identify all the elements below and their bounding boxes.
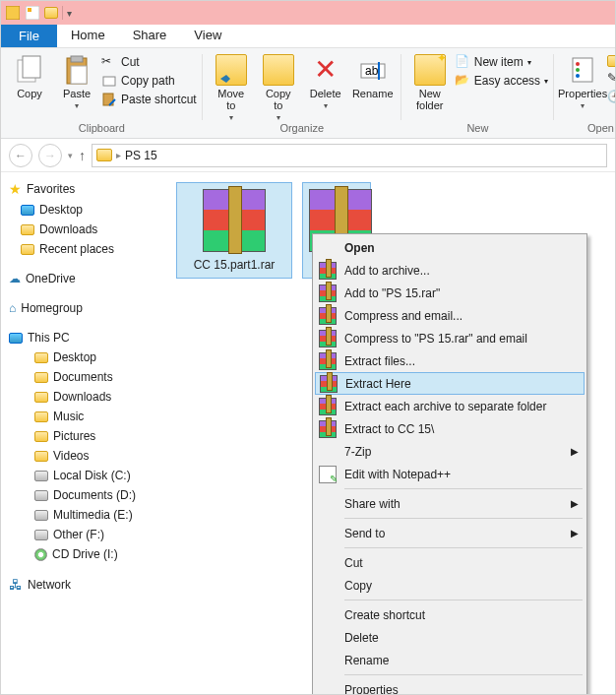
breadcrumb[interactable]: ▸ PS 15 [92,144,607,167]
open-btn[interactable]: Op [607,54,616,68]
sidebar-recent[interactable]: Recent places [3,239,164,259]
ctx-delete[interactable]: Delete [315,626,585,649]
ctx-properties[interactable]: Properties [315,678,585,695]
svg-rect-8 [103,77,115,86]
sidebar-pc-downloads[interactable]: Downloads [3,387,164,407]
copy-button[interactable]: Copy [7,50,52,99]
copy-path-icon [101,73,117,89]
copy-path-button[interactable]: Copy path [101,73,197,89]
forward-button[interactable]: → [38,144,62,167]
separator [62,6,63,20]
sidebar-favorites[interactable]: ★Favorites [3,178,164,200]
recent-locations-icon[interactable]: ▾ [68,151,73,160]
sidebar-thispc[interactable]: This PC [3,328,164,348]
back-button[interactable]: ← [9,144,32,167]
new-item-icon: 📄 [455,54,470,70]
svg-rect-0 [6,6,20,20]
navigation-pane: ★Favorites Desktop Downloads Recent plac… [1,172,166,694]
copy-to-icon [263,54,294,86]
ctx-compress-email[interactable]: Compress and email... [315,304,585,327]
up-button[interactable]: ↑ [79,148,86,163]
ctx-send-to[interactable]: Send to▶ [315,522,585,544]
ctx-extract-files[interactable]: Extract files... [315,349,585,372]
chevron-right-icon: ▶ [571,446,579,457]
ctx-create-shortcut[interactable]: Create shortcut [315,603,585,626]
rename-icon: ab [357,54,389,86]
easy-access-button[interactable]: 📂Easy access ▾ [455,73,548,89]
sidebar-desktop[interactable]: Desktop [3,200,164,220]
ctx-copy[interactable]: Copy [315,574,585,597]
chevron-down-icon: ▾ [75,101,79,110]
cloud-icon: ☁ [9,272,21,285]
sidebar-pc-cdi[interactable]: CD Drive (I:) [3,544,164,564]
ctx-extract-each[interactable]: Extract each archive to separate folder [315,395,585,417]
ctx-7zip[interactable]: 7-Zip▶ [315,440,585,463]
breadcrumb-segment[interactable]: PS 15 [125,149,157,162]
new-folder-button[interactable]: ✦ New folder [407,50,453,111]
qat-new-icon[interactable] [25,5,40,21]
sidebar-homegroup[interactable]: ⌂Homegroup [3,298,164,318]
ctx-open[interactable]: Open [315,236,585,259]
paste-shortcut-button[interactable]: Paste shortcut [101,92,197,107]
paste-button[interactable]: Paste ▾ [54,50,99,110]
paste-shortcut-icon [101,92,117,107]
sidebar-downloads[interactable]: Downloads [3,220,164,239]
move-to-button[interactable]: Move to▾ [209,50,254,122]
copy-to-button[interactable]: Copy to▾ [256,50,301,122]
delete-button[interactable]: ✕ Delete▾ [303,50,348,110]
sidebar-pc-pictures[interactable]: Pictures [3,426,164,446]
tab-home[interactable]: Home [57,24,119,47]
rename-button[interactable]: ab Rename [350,50,396,99]
file-item[interactable]: CC 15.part1.rar [176,182,292,279]
ctx-rename[interactable]: Rename [315,649,585,671]
sidebar-pc-documents[interactable]: Documents [3,367,164,387]
sidebar-pc-localc[interactable]: Local Disk (C:) [3,466,164,485]
folder-icon [21,224,34,235]
sidebar-pc-otherf[interactable]: Other (F:) [3,525,164,544]
ribbon-group-new: ✦ New folder 📄New item ▾ 📂Easy access ▾ … [401,48,554,138]
chevron-right-icon: ▶ [571,498,579,509]
ctx-extract-cc15[interactable]: Extract to CC 15\ [315,417,585,440]
move-to-icon [216,54,247,86]
tab-share[interactable]: Share [119,24,181,47]
sidebar-onedrive[interactable]: ☁OneDrive [3,269,164,288]
ctx-add-ps15[interactable]: Add to "PS 15.rar" [315,282,585,304]
drive-icon [34,510,48,521]
new-item-button[interactable]: 📄New item ▾ [455,54,548,70]
cut-button[interactable]: ✂Cut [101,54,197,70]
group-label: Clipboard [7,122,197,136]
ctx-share-with[interactable]: Share with▶ [315,492,585,515]
edit-btn[interactable]: ✎Ed [607,71,616,87]
scissors-icon: ✂ [101,54,117,70]
ctx-add-archive[interactable]: Add to archive... [315,259,585,282]
folder-icon [34,352,48,363]
folder-icon [34,451,48,462]
sidebar-pc-videos[interactable]: Videos [3,446,164,466]
sidebar-pc-docsd[interactable]: Documents (D:) [3,485,164,505]
folder-icon [34,411,48,422]
homegroup-icon: ⌂ [9,301,16,315]
file-label: CC 15.part1.rar [183,258,285,272]
ctx-cut[interactable]: Cut [315,551,585,574]
tab-view[interactable]: View [180,24,235,47]
sidebar-pc-music[interactable]: Music [3,407,164,426]
svg-point-15 [576,68,580,72]
folder-icon [21,244,34,255]
history-icon: 🕘 [607,90,616,105]
sidebar-pc-multie[interactable]: Multimedia (E:) [3,505,164,525]
sidebar-pc-desktop[interactable]: Desktop [3,348,164,367]
paste-icon [61,54,92,86]
ctx-edit-npp[interactable]: ✎Edit with Notepad++ [315,463,585,485]
qat-dropdown-icon[interactable]: ▾ [67,8,72,19]
qat-open-icon[interactable] [44,7,58,19]
folder-icon [34,372,48,383]
ctx-extract-here[interactable]: Extract Here [315,372,585,395]
sidebar-network[interactable]: 🖧Network [3,574,164,596]
new-folder-icon: ✦ [414,54,446,86]
history-btn[interactable]: 🕘Hi [607,90,616,105]
tab-file[interactable]: File [1,25,57,47]
ctx-compress-ps15-email[interactable]: Compress to "PS 15.rar" and email [315,327,585,349]
properties-button[interactable]: Properties▾ [560,50,605,110]
rar-icon [319,352,337,370]
edit-icon: ✎ [607,71,616,87]
